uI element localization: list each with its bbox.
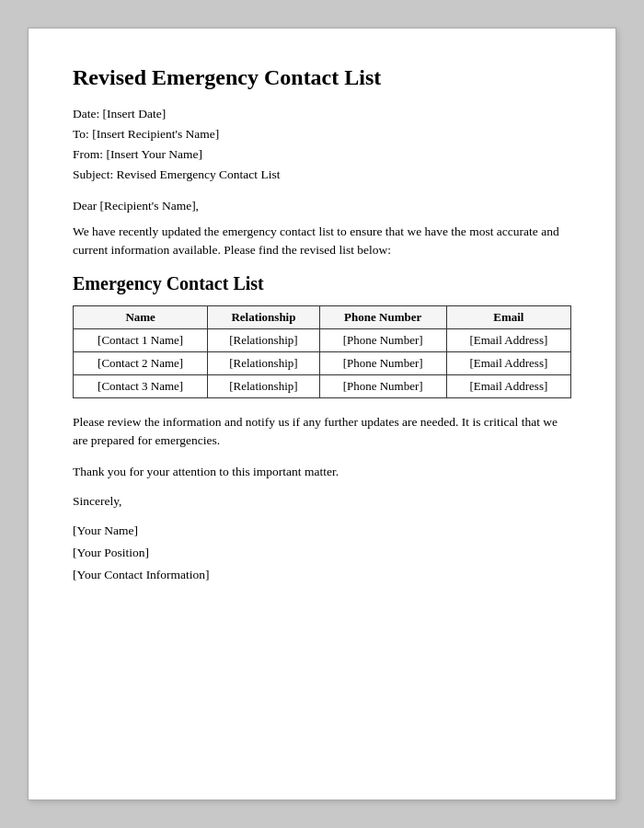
table-cell-r1-c3: [Email Address] xyxy=(446,351,570,374)
to-line: To: [Insert Recipient's Name] xyxy=(73,127,571,142)
table-cell-r2-c3: [Email Address] xyxy=(446,374,570,397)
col-header-email: Email xyxy=(446,305,570,328)
table-row: [Contact 2 Name][Relationship][Phone Num… xyxy=(74,351,571,374)
from-line: From: [Insert Your Name] xyxy=(73,147,571,162)
col-header-phone: Phone Number xyxy=(319,305,446,328)
date-line: Date: [Insert Date] xyxy=(73,107,571,121)
table-header-row: Name Relationship Phone Number Email xyxy=(74,305,571,328)
document-title: Revised Emergency Contact List xyxy=(73,65,571,90)
table-cell-r0-c3: [Email Address] xyxy=(446,328,570,351)
sign-off: Sincerely, xyxy=(73,494,571,509)
table-row: [Contact 3 Name][Relationship][Phone Num… xyxy=(74,374,571,397)
col-header-relationship: Relationship xyxy=(208,305,319,328)
table-cell-r2-c0: [Contact 3 Name] xyxy=(74,374,208,397)
body-paragraph-2: Please review the information and notify… xyxy=(73,413,571,451)
body-paragraph-1: We have recently updated the emergency c… xyxy=(73,223,571,260)
section-title: Emergency Contact List xyxy=(73,273,571,294)
signer-position: [Your Position] xyxy=(73,546,571,560)
contact-table: Name Relationship Phone Number Email [Co… xyxy=(73,305,571,398)
table-cell-r2-c1: [Relationship] xyxy=(208,374,319,397)
table-cell-r0-c2: [Phone Number] xyxy=(319,328,446,351)
table-cell-r1-c0: [Contact 2 Name] xyxy=(74,351,208,374)
body-paragraph-3: Thank you for your attention to this imp… xyxy=(73,463,571,481)
document-page: Revised Emergency Contact List Date: [In… xyxy=(28,28,616,800)
closing-block: Sincerely, [Your Name] [Your Position] [… xyxy=(73,494,571,582)
greeting-line: Dear [Recipient's Name], xyxy=(73,199,571,213)
signer-name: [Your Name] xyxy=(73,523,571,538)
col-header-name: Name xyxy=(74,305,208,328)
table-cell-r1-c1: [Relationship] xyxy=(208,351,319,374)
signer-contact-info: [Your Contact Information] xyxy=(73,568,571,582)
table-cell-r2-c2: [Phone Number] xyxy=(319,374,446,397)
table-cell-r1-c2: [Phone Number] xyxy=(319,351,446,374)
table-body: [Contact 1 Name][Relationship][Phone Num… xyxy=(74,328,571,397)
table-cell-r0-c1: [Relationship] xyxy=(208,328,319,351)
table-row: [Contact 1 Name][Relationship][Phone Num… xyxy=(74,328,571,351)
table-cell-r0-c0: [Contact 1 Name] xyxy=(74,328,208,351)
subject-line: Subject: Revised Emergency Contact List xyxy=(73,167,571,182)
